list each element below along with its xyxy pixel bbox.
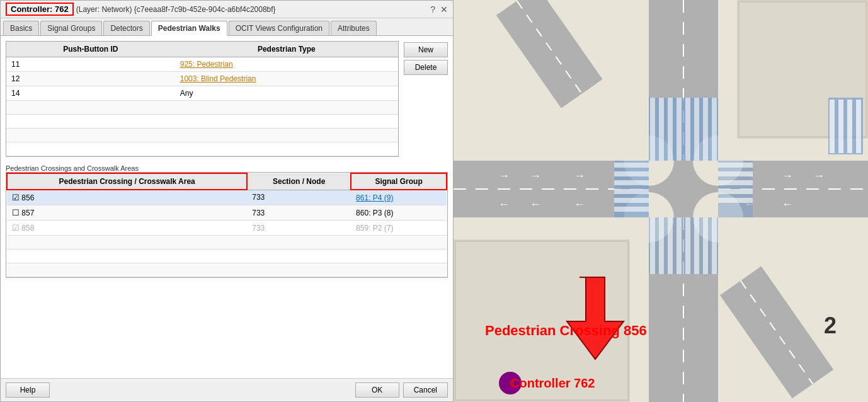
map-controller-label: Controller 762 — [510, 376, 595, 391]
svg-rect-64 — [830, 100, 835, 153]
push-button-table-wrapper: Push-Button ID Pedestrian Type 11 925: P… — [6, 41, 399, 157]
crossing-id-cell: 857 — [7, 205, 247, 221]
empty-row — [7, 250, 447, 263]
empty-row — [7, 263, 447, 277]
crosswalk-row-856[interactable]: 856 733 861: P4 (9) — [7, 190, 447, 205]
tab-signal-groups[interactable]: Signal Groups — [40, 21, 102, 35]
svg-rect-46 — [659, 217, 664, 274]
pedestrian-type-cell[interactable]: 1003: Blind Pedestrian — [175, 72, 398, 86]
svg-rect-66 — [847, 100, 852, 153]
new-button[interactable]: New — [404, 42, 448, 57]
pedestrian-type-cell[interactable]: 925: Pedestrian — [175, 57, 398, 72]
checkbox-857[interactable] — [12, 209, 20, 217]
svg-rect-33 — [677, 98, 682, 161]
checkbox-858[interactable] — [12, 224, 20, 233]
svg-text:→: → — [530, 169, 541, 182]
section-node-cell: 733 — [247, 221, 351, 236]
svg-rect-40 — [718, 171, 753, 176]
svg-rect-35 — [694, 98, 699, 161]
push-button-btn-group: New Delete — [404, 41, 448, 157]
svg-text:→: → — [813, 169, 825, 182]
empty-row — [6, 115, 398, 129]
svg-rect-51 — [703, 217, 708, 274]
section-node-cell: 733 — [247, 205, 351, 221]
svg-rect-65 — [838, 100, 843, 153]
svg-text:←: ← — [574, 198, 585, 210]
signal-group-link[interactable]: 861: P4 (9) — [356, 193, 393, 202]
col-section-node: Section / Node — [247, 173, 351, 190]
push-button-id-cell: 12 — [6, 72, 175, 86]
svg-text:→: → — [498, 169, 510, 182]
svg-rect-50 — [694, 217, 699, 274]
tab-attributes[interactable]: Attributes — [331, 21, 377, 35]
empty-row — [6, 142, 398, 156]
svg-rect-47 — [668, 217, 673, 274]
col-push-button-id: Push-Button ID — [6, 42, 175, 57]
svg-rect-30 — [650, 98, 655, 161]
svg-rect-28 — [614, 207, 649, 212]
left-panel: Controller: 762 (Layer: Network) {c7eeaa… — [0, 0, 454, 402]
tab-basics[interactable]: Basics — [3, 21, 39, 35]
pedestrian-type-link[interactable]: 1003: Blind Pedestrian — [180, 74, 256, 83]
svg-text:←: ← — [530, 198, 541, 210]
section-node-cell: 733 — [247, 190, 351, 205]
tab-ocit-views[interactable]: OCIT Views Configuration — [229, 21, 329, 35]
close-icon[interactable]: ✕ — [440, 4, 448, 14]
col-pedestrian-crossing: Pedestrian Crossing / Crosswalk Area — [7, 173, 247, 190]
svg-text:←: ← — [782, 198, 793, 210]
svg-rect-34 — [685, 98, 690, 161]
svg-rect-37 — [712, 98, 717, 161]
controller-badge: Controller: 762 — [6, 3, 74, 16]
tab-pedestrian-walks[interactable]: Pedestrian Walks — [151, 21, 227, 36]
map-number: 2 — [824, 313, 837, 339]
col-pedestrian-type: Pedestrian Type — [175, 42, 398, 57]
map-panel: → → → ← ← ← → → → ← ← — [454, 0, 868, 402]
table-row[interactable]: 12 1003: Blind Pedestrian — [6, 72, 398, 86]
svg-rect-23 — [614, 163, 649, 168]
ok-button[interactable]: OK — [355, 382, 399, 398]
help-icon[interactable]: ? — [430, 4, 435, 14]
svg-rect-52 — [712, 217, 717, 274]
pedestrian-type-link[interactable]: 925: Pedestrian — [180, 60, 233, 69]
svg-rect-32 — [668, 98, 673, 161]
svg-rect-24 — [614, 171, 649, 176]
title-bar: Controller: 762 (Layer: Network) {c7eeaa… — [1, 1, 453, 18]
push-button-id-cell: 11 — [6, 57, 175, 72]
table-row[interactable]: 11 925: Pedestrian — [6, 57, 398, 72]
svg-text:→: → — [574, 169, 585, 182]
table-row[interactable]: 14 Any — [6, 86, 398, 101]
checkbox-856[interactable] — [12, 193, 20, 202]
delete-button[interactable]: Delete — [404, 60, 448, 75]
signal-group-cell[interactable]: 861: P4 (9) — [351, 190, 447, 205]
signal-group-cell: 860: P3 (8) — [351, 205, 447, 221]
svg-rect-49 — [685, 217, 690, 274]
svg-rect-27 — [614, 198, 649, 203]
tab-detectors[interactable]: Detectors — [103, 21, 149, 35]
tabs-bar: Basics Signal Groups Detectors Pedestria… — [1, 18, 453, 36]
pedestrian-type-cell: Any — [175, 86, 398, 101]
empty-row — [6, 101, 398, 115]
help-button[interactable]: Help — [6, 382, 50, 398]
crosswalk-row-858[interactable]: 858 733 859: P2 (7) — [7, 221, 447, 236]
push-button-table: Push-Button ID Pedestrian Type 11 925: P… — [6, 42, 398, 156]
svg-rect-41 — [718, 180, 753, 185]
title-bar-subtitle: (Layer: Network) {c7eeaa8f-7c9b-452e-904… — [76, 5, 276, 14]
crosswalk-row-857[interactable]: 857 733 860: P3 (8) — [7, 205, 447, 221]
crossing-id-cell: 858 — [7, 221, 247, 236]
content-area: Push-Button ID Pedestrian Type 11 925: P… — [1, 36, 453, 378]
svg-rect-25 — [614, 180, 649, 185]
cancel-button[interactable]: Cancel — [403, 382, 448, 398]
svg-rect-36 — [703, 98, 708, 161]
svg-rect-31 — [659, 98, 664, 161]
svg-rect-48 — [677, 217, 682, 274]
svg-rect-26 — [614, 189, 649, 194]
bottom-right-buttons: OK Cancel — [355, 382, 448, 398]
bottom-bar: Help OK Cancel — [1, 378, 453, 401]
crossing-id-cell: 856 — [7, 190, 247, 205]
crosswalk-table: Pedestrian Crossing / Crosswalk Area Sec… — [6, 173, 447, 277]
title-bar-left: Controller: 762 (Layer: Network) {c7eeaa… — [6, 3, 276, 16]
crosswalk-section: Pedestrian Crossings and Crosswalk Areas… — [6, 162, 448, 278]
svg-rect-42 — [718, 189, 753, 194]
svg-rect-67 — [856, 100, 861, 153]
crosswalk-table-wrapper: Pedestrian Crossing / Crosswalk Area Sec… — [6, 172, 448, 278]
